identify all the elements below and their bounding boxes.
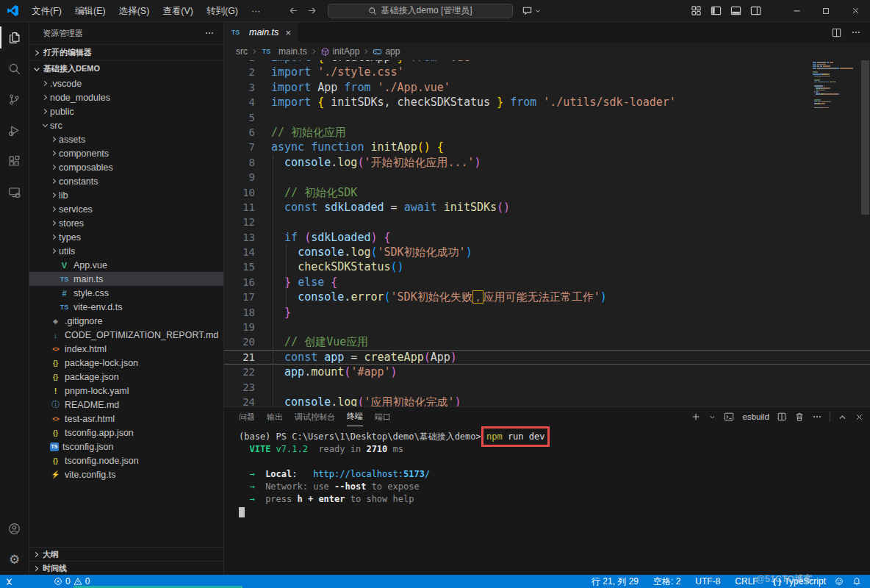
menu-0[interactable]: 文件(F) bbox=[25, 3, 68, 19]
tab-main-ts[interactable]: TS main.ts × bbox=[224, 22, 298, 43]
tree-folder-public[interactable]: public bbox=[29, 104, 223, 118]
tree-file-tsconfig.app.json[interactable]: {}tsconfig.app.json bbox=[29, 426, 223, 440]
sidebar-pane-时间线[interactable]: 时间线 bbox=[29, 561, 223, 575]
activity-source-control[interactable] bbox=[0, 84, 29, 115]
maximize-button[interactable] bbox=[811, 0, 841, 21]
code-line[interactable]: 19 bbox=[224, 320, 870, 334]
notifications-bell[interactable] bbox=[848, 575, 866, 588]
tree-file-package-lock.json[interactable]: {}package-lock.json bbox=[29, 356, 223, 370]
trash-icon[interactable] bbox=[794, 412, 805, 422]
close-window-button[interactable] bbox=[841, 0, 870, 21]
root-folder-section[interactable]: 基础接入DEMO bbox=[29, 60, 223, 76]
editor-scrollbar[interactable] bbox=[860, 60, 870, 406]
toggle-sidebar-icon[interactable] bbox=[711, 5, 722, 16]
terminal-output[interactable]: (base) PS C:\Users\1\Desktop\demo\基础接入de… bbox=[224, 426, 870, 518]
tree-folder-src[interactable]: src bbox=[29, 118, 223, 132]
panel-tab-问题[interactable]: 问题 bbox=[239, 407, 255, 426]
activity-run-debug[interactable] bbox=[0, 115, 29, 146]
menu-more[interactable]: ··· bbox=[245, 3, 267, 19]
split-panel-icon[interactable] bbox=[777, 412, 787, 422]
breadcrumb-item-app[interactable]: app bbox=[373, 46, 400, 57]
activity-extensions[interactable] bbox=[0, 146, 29, 176]
tree-file-index.html[interactable]: <>index.html bbox=[29, 342, 223, 356]
tab-close-icon[interactable]: × bbox=[285, 27, 291, 38]
language-mode[interactable]: { }TypeScript bbox=[769, 575, 830, 588]
tree-folder-composables[interactable]: composables bbox=[29, 160, 223, 174]
tree-file-vite-env.d.ts[interactable]: TSvite-env.d.ts bbox=[29, 300, 223, 314]
toggle-panel-icon[interactable] bbox=[730, 5, 741, 16]
code-line[interactable]: 2import './style.css' bbox=[224, 65, 870, 79]
menu-2[interactable]: 选择(S) bbox=[112, 3, 157, 19]
tree-file-.gitignore[interactable]: ◆.gitignore bbox=[29, 314, 223, 328]
tree-folder-types[interactable]: types bbox=[29, 230, 223, 244]
close-icon[interactable] bbox=[855, 412, 864, 422]
tree-file-CODE_OPTIMIZATION_REPORT.md[interactable]: ↓CODE_OPTIMIZATION_REPORT.md bbox=[29, 328, 223, 342]
code-line[interactable]: 17 console.error('SDK初始化失败，应用可能无法正常工作') bbox=[224, 290, 870, 304]
tree-file-package.json[interactable]: {}package.json bbox=[29, 370, 223, 384]
code-line[interactable]: 15 checkSDKStatus() bbox=[224, 259, 870, 274]
panel-tab-输出[interactable]: 输出 bbox=[267, 407, 283, 426]
minimap[interactable] bbox=[813, 62, 858, 110]
menu-1[interactable]: 编辑(E) bbox=[68, 3, 112, 19]
code-line[interactable]: 5 bbox=[224, 110, 870, 125]
explorer-more-actions-icon[interactable] bbox=[204, 28, 215, 38]
sidebar-pane-大纲[interactable]: 大纲 bbox=[29, 547, 223, 561]
toggle-secondary-sidebar-icon[interactable] bbox=[750, 5, 761, 16]
code-line[interactable]: 18 } bbox=[224, 305, 870, 320]
tree-file-tsconfig.json[interactable]: TStsconfig.json bbox=[29, 440, 223, 453]
activity-search[interactable] bbox=[0, 53, 29, 84]
panel-tab-终端[interactable]: 终端 bbox=[347, 407, 363, 426]
code-line[interactable]: 10 // 初始化SDK bbox=[224, 185, 870, 200]
breadcrumb-item-main.ts[interactable]: TSmain.ts bbox=[261, 46, 307, 57]
tree-file-App.vue[interactable]: VApp.vue bbox=[29, 258, 223, 272]
minimize-button[interactable] bbox=[782, 0, 811, 21]
code-line[interactable]: 11 const sdkLoaded = await initSDKs() bbox=[224, 200, 870, 215]
tree-file-vite.config.ts[interactable]: ⚡vite.config.ts bbox=[29, 467, 223, 481]
tree-folder-stores[interactable]: stores bbox=[29, 216, 223, 230]
status-item-3[interactable]: CRLF bbox=[730, 575, 762, 588]
code-line[interactable]: 24 console.log('应用初始化完成') bbox=[224, 395, 870, 406]
tree-file-README.md[interactable]: ⓘREADME.md bbox=[29, 398, 223, 412]
code-line[interactable]: 23 bbox=[224, 380, 870, 395]
command-center-search[interactable]: 基础接入demo [管理员] bbox=[328, 4, 513, 18]
activity-explorer[interactable] bbox=[0, 22, 29, 53]
code-line[interactable]: 20 // 创建Vue应用 bbox=[224, 334, 870, 349]
activity-remote-explorer[interactable] bbox=[0, 176, 29, 207]
code-line[interactable]: 3import App from './App.vue' bbox=[224, 80, 870, 95]
scrollbar-thumb[interactable] bbox=[861, 60, 869, 215]
code-line[interactable]: 6// 初始化应用 bbox=[224, 125, 870, 140]
tree-folder-node_modules[interactable]: node_modules bbox=[29, 90, 223, 104]
forward-arrow-icon[interactable] bbox=[306, 5, 317, 16]
status-item-0[interactable]: 行 21, 列 29 bbox=[587, 575, 643, 588]
chat-button[interactable] bbox=[522, 5, 542, 16]
menu-4[interactable]: 转到(G) bbox=[200, 3, 245, 19]
tree-folder-utils[interactable]: utils bbox=[29, 244, 223, 258]
split-editor-icon[interactable] bbox=[831, 27, 842, 38]
tree-file-style.css[interactable]: #style.css bbox=[29, 286, 223, 300]
code-line[interactable]: 12 bbox=[224, 215, 870, 229]
tree-file-test-asr.html[interactable]: <>test-asr.html bbox=[29, 412, 223, 426]
tree-folder-lib[interactable]: lib bbox=[29, 188, 223, 202]
activity-settings[interactable]: ⚙ bbox=[0, 544, 29, 575]
customize-layout-icon[interactable] bbox=[691, 5, 702, 16]
activity-account[interactable] bbox=[0, 513, 29, 544]
code-line[interactable]: 22 app.mount('#app') bbox=[224, 365, 870, 379]
tree-folder-constants[interactable]: constants bbox=[29, 174, 223, 188]
panel-maximize-icon[interactable] bbox=[838, 412, 847, 422]
tree-file-pnpm-lock.yaml[interactable]: !pnpm-lock.yaml bbox=[29, 384, 223, 398]
code-line[interactable]: 14 console.log('SDK初始化成功') bbox=[224, 245, 870, 259]
tree-file-main.ts[interactable]: TSmain.ts bbox=[29, 272, 223, 286]
tree-file-tsconfig.node.json[interactable]: {}tsconfig.node.json bbox=[29, 453, 223, 467]
ellipsis-icon[interactable] bbox=[812, 412, 822, 422]
dropdown-chevron-icon[interactable] bbox=[708, 413, 716, 421]
tree-folder-services[interactable]: services bbox=[29, 202, 223, 216]
status-item-1[interactable]: 空格: 2 bbox=[649, 575, 685, 588]
remote-indicator[interactable] bbox=[0, 575, 18, 588]
status-item-2[interactable]: UTF-8 bbox=[691, 575, 725, 588]
code-line[interactable]: 8 console.log('开始初始化应用...') bbox=[224, 155, 870, 170]
back-arrow-icon[interactable] bbox=[288, 5, 299, 16]
open-editors-section[interactable]: 打开的编辑器 bbox=[29, 44, 223, 60]
feedback-smiley[interactable] bbox=[830, 575, 848, 588]
breadcrumb-item-initApp[interactable]: initApp bbox=[320, 46, 360, 57]
code-editor[interactable]: 1import { createApp } from 'vue'2import … bbox=[224, 60, 870, 406]
